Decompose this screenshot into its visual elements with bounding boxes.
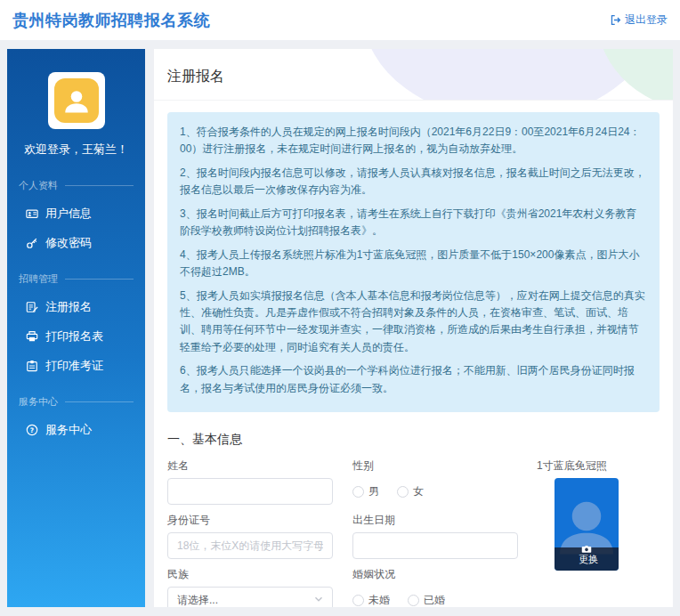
sidebar-item-print-ticket[interactable]: 打印准考证 [26,358,134,374]
birth-date-input[interactable] [352,532,518,559]
main-panel-header: 注册报名 [154,49,673,101]
logout-label: 退出登录 [625,12,668,28]
gender-label: 性别 [352,458,518,474]
gender-radio-male[interactable]: 男 [352,484,379,499]
logout-button[interactable]: 退出登录 [610,12,668,28]
photo-label: 1寸蓝底免冠照 [537,458,619,474]
notice-item: 5、报考人员如实填报报名信息（含本人基本信息和报考岗位信息等），应对在网上提交信… [180,288,647,357]
birth-date-field: 出生日期 [352,513,518,559]
id-card-icon [26,207,38,220]
sidebar-item-label: 打印准考证 [45,358,103,374]
radio-label: 已婚 [424,593,445,607]
radio-circle-icon [397,486,409,498]
notice-item: 2、报名时间段内报名信息可以修改，请报考人员认真核对报名信息，报名截止时间之后无… [180,165,647,199]
section-divider [65,401,134,402]
sidebar-item-label: 用户信息 [45,206,92,222]
question-icon: ? [26,424,38,436]
menu-section-recruit: 招聘管理 [19,272,134,286]
sidebar-item-label: 服务中心 [45,422,92,438]
main-panel: 注册报名 1、符合报考条件的人员在规定的网上报名时间段内（2021年6月22日9… [154,49,673,607]
section-divider [65,185,134,186]
id-number-label: 身份证号 [167,513,333,528]
sidebar-item-label: 注册报名 [45,299,92,315]
chevron-down-icon [314,594,323,606]
sidebar-item-register[interactable]: 注册报名 [26,299,134,315]
welcome-text: 欢迎登录，王菊兰！ [7,142,145,158]
radio-label: 男 [368,484,379,499]
section-label: 个人资料 [19,179,58,192]
name-input[interactable] [167,478,333,505]
ethnicity-select[interactable]: 请选择... [167,587,333,607]
printer-icon [26,330,38,343]
section-title: 一、基本信息 [167,425,660,458]
radio-label: 未婚 [368,593,390,607]
menu-section-service: 服务中心 [19,395,134,409]
name-label: 姓名 [167,458,333,474]
radio-circle-icon [352,486,364,498]
page-title: 注册报名 [154,49,673,86]
section-label: 服务中心 [19,395,58,409]
birth-date-label: 出生日期 [352,513,518,528]
section-label: 招聘管理 [19,272,58,286]
gender-radio-female[interactable]: 女 [397,484,424,499]
marital-radio-unmarried[interactable]: 未婚 [352,593,390,607]
ethnicity-field: 民族 请选择... [167,567,333,607]
id-number-input[interactable] [167,532,333,559]
user-avatar-icon [54,78,99,123]
photo-column: 1寸蓝底免冠照 更换 [537,458,619,571]
gender-field: 性别 男 女 [352,458,518,505]
menu-section-profile: 个人资料 [19,179,134,192]
notice-item: 6、报考人员只能选择一个设岗县的一个学科岗位进行报名；不能用新、旧两个居民身份证… [180,362,647,397]
name-field: 姓名 [167,458,333,505]
sidebar-item-label: 修改密码 [45,235,92,251]
logout-icon [610,14,621,26]
select-value: 请选择... [177,593,218,607]
app-title: 贵州特岗教师招聘报名系统 [12,10,210,31]
sidebar: 欢迎登录，王菊兰！ 个人资料 用户信息 修改密码 招聘管理 [7,49,145,607]
radio-circle-icon [352,595,364,606]
sidebar-menu: 个人资料 用户信息 修改密码 招聘管理 [7,179,145,438]
sidebar-item-user-info[interactable]: 用户信息 [26,206,134,222]
sidebar-item-change-password[interactable]: 修改密码 [26,235,134,251]
topbar: 贵州特岗教师招聘报名系统 退出登录 [0,0,680,40]
notice-item: 1、符合报考条件的人员在规定的网上报名时间段内（2021年6月22日9：00至2… [180,124,647,158]
marital-status-label: 婚姻状况 [352,567,518,582]
key-icon [26,237,38,249]
section-divider [65,279,134,280]
radio-circle-icon [408,595,419,606]
ethnicity-label: 民族 [167,567,333,582]
marital-radio-married[interactable]: 已婚 [408,593,445,607]
marital-status-field: 婚姻状况 未婚 已婚 [352,567,518,607]
notice-box: 1、符合报考条件的人员在规定的网上报名时间段内（2021年6月22日9：00至2… [167,112,660,412]
sidebar-item-service-center[interactable]: ? 服务中心 [26,422,134,438]
id-number-field: 身份证号 [167,513,333,559]
sidebar-item-label: 打印报名表 [45,328,103,344]
notice-item: 4、报考人员上传报名系统照片标准为1寸蓝底免冠照，图片质量不低于150×200像… [180,247,647,281]
svg-text:?: ? [30,426,34,434]
basic-info-section: 一、基本信息 姓名 性别 男 [167,425,660,607]
notice-item: 3、报名时间截止后方可打印报名表，请考生在系统上自行下载打印《贵州省2021年农… [180,206,647,240]
sidebar-item-print-form[interactable]: 打印报名表 [26,328,134,344]
avatar [48,72,105,129]
photo-change-button[interactable]: 更换 [555,547,619,571]
badge-icon [26,360,38,372]
radio-label: 女 [413,484,424,499]
photo-preview: 更换 [555,478,619,571]
register-icon [26,301,38,313]
